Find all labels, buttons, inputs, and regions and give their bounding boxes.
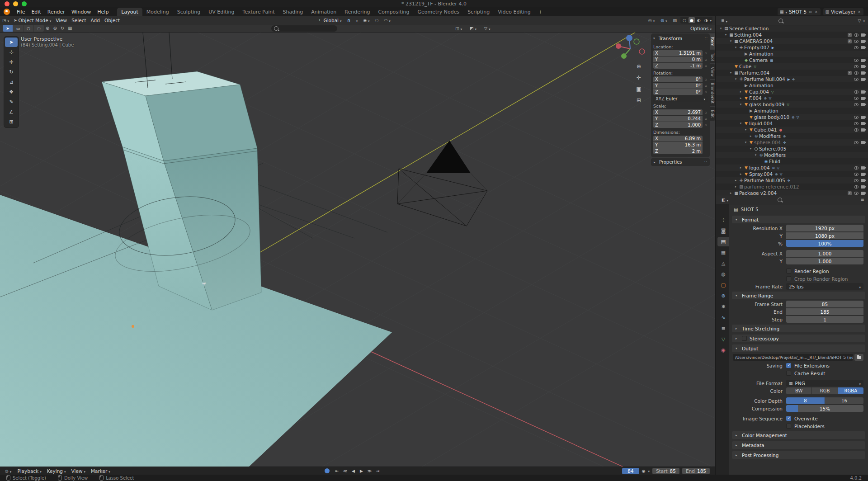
resolution-y-field[interactable]: 1080 px bbox=[786, 232, 863, 239]
color-mode-option[interactable]: RGB bbox=[812, 387, 837, 394]
expand-toggle[interactable]: ▾ bbox=[743, 141, 748, 144]
options-dropdown[interactable]: Options bbox=[690, 26, 712, 31]
editor-type-button[interactable]: ◳ bbox=[0, 17, 11, 24]
snap-toggle[interactable]: ∩ bbox=[345, 17, 353, 24]
sidebar-tab[interactable]: Blenderkit bbox=[710, 80, 715, 106]
outliner-row[interactable]: ▾ Sphere.005 bbox=[716, 146, 868, 152]
outliner-row[interactable]: ▸ Package v2.004 bbox=[716, 190, 868, 195]
outliner-row[interactable]: ▾ Setting.004 bbox=[716, 32, 868, 38]
outliner-row[interactable]: Camera ▦ bbox=[716, 57, 868, 63]
expand-toggle[interactable]: ▾ bbox=[738, 103, 743, 106]
viewport-menu-item[interactable]: View bbox=[53, 17, 69, 24]
select-intersect-button[interactable]: ▦ bbox=[66, 26, 74, 31]
hide-eye-icon[interactable] bbox=[854, 40, 859, 43]
dimension-number-field[interactable]: Z2 m bbox=[653, 148, 703, 154]
expand-toggle[interactable]: ▸ bbox=[748, 134, 753, 138]
properties-tab[interactable] bbox=[717, 280, 729, 290]
menubar-item[interactable]: Help bbox=[94, 9, 112, 15]
cache-result-checkbox[interactable] bbox=[786, 371, 791, 376]
sidebar-tab[interactable]: View bbox=[710, 64, 715, 79]
menubar-item[interactable]: Window bbox=[68, 9, 94, 15]
render-visibility-icon[interactable] bbox=[861, 65, 865, 68]
properties-tab[interactable] bbox=[717, 324, 729, 333]
frame-start-field[interactable]: Start85 bbox=[652, 468, 679, 474]
hide-eye-icon[interactable] bbox=[854, 192, 859, 195]
hide-eye-icon[interactable] bbox=[854, 65, 859, 68]
viewport-canvas[interactable]: ✳ User Perspective (84) Setting.004 | Cu… bbox=[0, 33, 715, 467]
playback-button[interactable]: ▶ bbox=[358, 467, 365, 474]
workspace-tab[interactable]: Geometry Nodes bbox=[413, 8, 463, 16]
outliner-item-label[interactable]: Sphere.005 bbox=[759, 146, 786, 151]
expand-toggle[interactable]: ▾ bbox=[733, 77, 738, 81]
frame-start-field[interactable]: 85 bbox=[786, 301, 863, 307]
playback-button[interactable]: ≫ bbox=[366, 467, 373, 474]
outliner-row[interactable]: ▾ Parfume Null.004 ▶ ✛ bbox=[716, 76, 868, 82]
outliner-item-label[interactable]: Parfume.004 bbox=[739, 70, 769, 75]
search-icon[interactable] bbox=[778, 19, 783, 23]
properties-tab[interactable] bbox=[717, 259, 729, 268]
proportional-edit-toggle[interactable]: ◌ bbox=[373, 17, 381, 24]
hide-eye-icon[interactable] bbox=[854, 179, 859, 182]
scene-selector[interactable]: ▦ SHOT 5 ⊞ × bbox=[778, 8, 821, 15]
select-box-button[interactable]: ▭ bbox=[13, 25, 23, 32]
hide-eye-icon[interactable] bbox=[854, 141, 859, 144]
expand-toggle[interactable]: ▸ bbox=[738, 96, 743, 100]
overlays-dropdown[interactable]: ◍ bbox=[658, 17, 669, 24]
lock-icon[interactable] bbox=[704, 111, 708, 114]
collection-checkbox[interactable] bbox=[848, 39, 852, 43]
dimension-number-field[interactable]: Y16.3 m bbox=[653, 142, 703, 148]
outliner-item-label[interactable]: CAMERAS.004 bbox=[739, 38, 773, 44]
resolution-x-field[interactable]: 1920 px bbox=[786, 225, 863, 231]
expand-toggle[interactable]: ▸ bbox=[738, 172, 743, 176]
properties-tab[interactable] bbox=[717, 215, 729, 225]
collection-checkbox[interactable] bbox=[848, 191, 852, 195]
render-visibility-icon[interactable] bbox=[861, 46, 865, 49]
render-visibility-icon[interactable] bbox=[861, 141, 865, 144]
search-icon[interactable] bbox=[778, 198, 782, 202]
format-panel-header[interactable]: ▾Format bbox=[732, 216, 865, 223]
sidebar-tab[interactable]: Tool bbox=[710, 50, 715, 63]
workspace-tab[interactable]: Video Editing bbox=[494, 8, 535, 16]
output-panel-header[interactable]: ▾Output bbox=[732, 344, 865, 352]
shading-material-button[interactable]: ◐ bbox=[696, 17, 702, 23]
outliner-row[interactable]: ▸ Parfume Null.005 ✛ bbox=[716, 177, 868, 184]
hide-eye-icon[interactable] bbox=[854, 97, 859, 100]
outliner-item-label[interactable]: Animation bbox=[754, 108, 778, 113]
new-scene-button[interactable]: ⊞ bbox=[808, 10, 812, 14]
expand-toggle[interactable]: ▾ bbox=[723, 33, 728, 37]
playback-button[interactable]: ◀ bbox=[349, 467, 357, 474]
workspace-tab[interactable]: Texture Paint bbox=[239, 8, 279, 16]
expand-toggle[interactable]: ▾ bbox=[718, 27, 723, 30]
hide-eye-icon[interactable] bbox=[854, 103, 859, 106]
file-extensions-checkbox[interactable] bbox=[786, 363, 791, 368]
select-tweak-button[interactable]: ➤ bbox=[3, 25, 13, 32]
outliner-row[interactable]: ▾ Scene Collection bbox=[716, 25, 868, 32]
lock-icon[interactable] bbox=[704, 90, 708, 94]
render-visibility-icon[interactable] bbox=[861, 192, 865, 195]
delete-scene-button[interactable]: × bbox=[814, 10, 818, 14]
frame-step-field[interactable]: 1 bbox=[786, 316, 863, 323]
outliner-row[interactable]: ▾ glass body.009 ▽ bbox=[716, 101, 868, 108]
outliner-row[interactable]: ▾ sphere.004 ✛ bbox=[716, 139, 868, 146]
select-invert-button[interactable]: ↻ bbox=[59, 26, 66, 31]
transform-panel-header[interactable]: ▾ Transform ∷ bbox=[653, 35, 708, 42]
properties-tab[interactable] bbox=[717, 335, 729, 344]
snapping-options-dropdown[interactable]: ◩ bbox=[467, 25, 479, 32]
hide-eye-icon[interactable] bbox=[854, 46, 859, 49]
tool-button[interactable]: ✛ bbox=[5, 57, 18, 67]
resolution-scale-slider[interactable]: 100% bbox=[786, 240, 863, 247]
workspace-tab[interactable]: Rendering bbox=[340, 8, 374, 16]
tool-button[interactable]: ↻ bbox=[5, 67, 18, 77]
rotation-number-field[interactable]: X0° bbox=[653, 76, 703, 82]
outliner-item-label[interactable]: Parfume Null.005 bbox=[744, 178, 785, 183]
view-layer-selector[interactable]: ▥ ViewLayer × bbox=[823, 8, 863, 15]
outliner-item-label[interactable]: sphere.004 bbox=[754, 140, 781, 145]
outliner-row[interactable]: ▸ logo.004 ⊛ ▽ bbox=[716, 165, 868, 171]
playback-button[interactable]: ≪ bbox=[341, 467, 349, 474]
outliner-editor-type-button[interactable]: ≣ bbox=[719, 17, 730, 24]
blender-logo-icon[interactable] bbox=[4, 9, 10, 15]
hide-eye-icon[interactable] bbox=[854, 71, 859, 75]
playback-button[interactable]: ⇥ bbox=[374, 467, 382, 474]
perspective-toggle-icon[interactable]: ⊞ bbox=[635, 96, 643, 104]
sidebar-tab[interactable]: Edit bbox=[710, 107, 715, 120]
